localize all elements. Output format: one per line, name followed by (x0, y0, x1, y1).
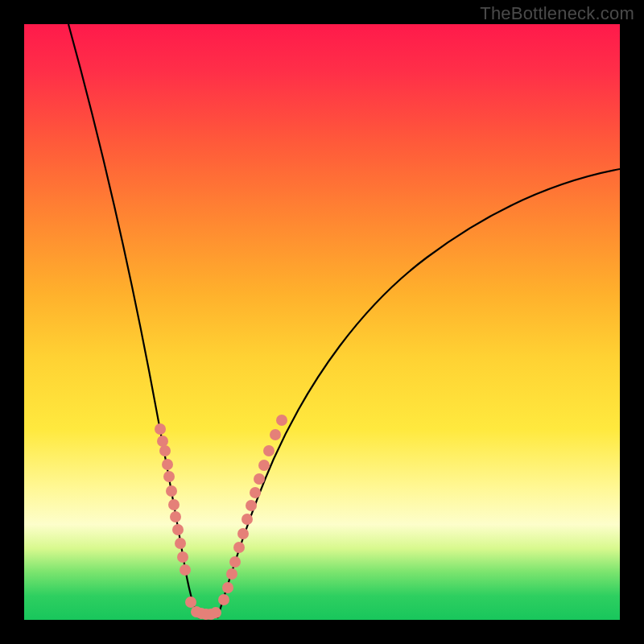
left-dot-cluster (155, 423, 196, 608)
bottom-dot-cluster (191, 606, 221, 620)
svg-point-1 (157, 436, 168, 447)
svg-point-3 (162, 459, 173, 470)
svg-point-19 (222, 582, 233, 593)
svg-point-31 (276, 415, 287, 426)
svg-point-28 (258, 460, 270, 471)
svg-point-26 (250, 487, 261, 498)
svg-point-4 (163, 471, 175, 482)
svg-point-29 (263, 445, 275, 456)
svg-point-30 (270, 429, 281, 440)
svg-point-23 (237, 528, 249, 539)
svg-point-0 (155, 423, 166, 435)
chart-frame: TheBottleneck.com (0, 0, 644, 644)
svg-point-9 (175, 538, 186, 549)
plot-area (24, 24, 620, 620)
svg-point-17 (210, 607, 221, 618)
right-curve (217, 169, 620, 618)
svg-point-10 (177, 551, 188, 563)
svg-point-2 (159, 445, 171, 456)
svg-point-24 (242, 514, 253, 525)
svg-point-8 (172, 524, 184, 535)
svg-point-21 (229, 556, 241, 568)
svg-point-12 (185, 597, 196, 608)
svg-point-25 (246, 500, 257, 511)
svg-point-20 (226, 568, 237, 580)
svg-point-18 (218, 594, 229, 605)
svg-point-22 (233, 542, 245, 553)
chart-svg (24, 24, 620, 620)
svg-point-5 (166, 485, 177, 497)
watermark-text: TheBottleneck.com (480, 3, 634, 24)
svg-point-27 (254, 473, 265, 485)
svg-point-11 (180, 564, 191, 576)
right-dot-cluster (218, 415, 287, 605)
svg-point-7 (170, 511, 181, 522)
svg-point-6 (168, 499, 180, 510)
